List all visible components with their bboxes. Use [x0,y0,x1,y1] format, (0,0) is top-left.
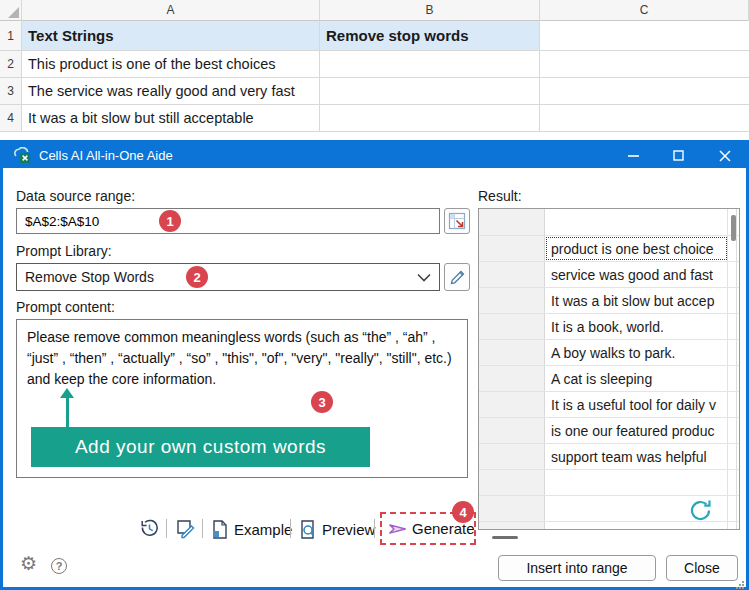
cell-a3[interactable]: The service was really good and very fas… [22,78,320,105]
maximize-button[interactable] [663,143,693,168]
edit-prompt-button[interactable] [444,263,470,291]
result-row-empty [479,470,739,496]
refresh-icon [687,497,714,524]
app-icon [14,147,31,164]
result-grid[interactable]: product is one best choice service was g… [478,208,740,530]
column-header-c[interactable]: C [540,0,749,21]
cell-a4[interactable]: It was a bit slow but still acceptable [22,105,320,132]
range-picker-icon [448,212,466,230]
cell-a1[interactable]: Text Strings [22,21,320,51]
cell-c3[interactable] [540,78,749,105]
cell-b2[interactable] [320,51,540,78]
preview-button[interactable]: Preview [298,517,370,541]
cell-b4[interactable] [320,105,540,132]
chevron-down-icon[interactable] [417,273,431,282]
history-button[interactable] [139,518,160,539]
column-header-b[interactable]: B [320,0,540,21]
spreadsheet: A B C 1 Text Strings Remove stop words 2… [0,0,749,140]
minimize-button[interactable] [618,143,648,168]
dialog-titlebar[interactable]: Cells AI All-in-One Aide [3,143,746,168]
help-button[interactable]: ? [51,558,67,574]
close-button[interactable]: Close [666,555,738,581]
prompt-edit-button[interactable] [173,517,196,540]
step-badge-2: 2 [186,266,208,288]
row-header-1[interactable]: 1 [0,21,22,51]
insert-into-range-button[interactable]: Insert into range [498,555,656,581]
prompt-library-label: Prompt Library: [16,243,112,259]
prompt-content-text: Please remove common meaningless words (… [27,329,452,387]
document-icon [210,519,229,540]
result-row[interactable]: product is one best choice [479,236,739,262]
prompt-edit-icon [173,517,196,540]
help-icon: ? [56,560,63,572]
result-row[interactable]: It was a bit slow but accep [479,288,739,314]
example-button[interactable]: Example [210,517,286,541]
step-badge-4: 4 [452,501,474,523]
cell-a2[interactable]: This product is one of the best choices [22,51,320,78]
screen: A B C 1 Text Strings Remove stop words 2… [0,0,749,590]
minimize-icon [628,155,639,157]
prompt-library-value: Remove Stop Words [25,269,154,285]
prompt-content-label: Prompt content: [16,299,115,315]
result-row[interactable]: service was good and fast [479,262,739,288]
result-row[interactable]: It is a book, world. [479,314,739,340]
row-header-2[interactable]: 2 [0,51,22,78]
cell-c1[interactable] [540,21,749,51]
settings-button[interactable]: ⚙ [20,554,37,573]
callout-arrow-stem [66,397,69,427]
result-row[interactable]: support team was helpful [479,444,739,470]
close-window-button[interactable] [709,143,741,168]
step-badge-1: 1 [159,210,181,232]
maximize-icon [673,150,684,161]
toolbar-divider [202,519,203,538]
cell-b1[interactable]: Remove stop words [320,21,540,51]
cell-c4[interactable] [540,105,749,132]
history-clock-icon [139,518,160,539]
pencil-icon [449,269,466,286]
gear-icon: ⚙ [20,553,37,574]
column-header-a[interactable]: A [22,0,320,21]
result-row-empty [479,209,739,236]
row-header-4[interactable]: 4 [0,105,22,132]
select-all-corner[interactable] [0,0,22,21]
result-row[interactable]: A cat is sleeping [479,366,739,392]
select-all-triangle-icon [8,7,19,18]
callout-text: Add your own custom words [75,436,326,458]
result-row[interactable]: is one our featured produc [479,418,739,444]
resize-grip-icon [735,580,745,590]
result-horizontal-scrollbar[interactable] [492,536,518,539]
result-row[interactable]: It is a useful tool for daily v [479,392,739,418]
toolbar-divider [166,519,167,538]
step-badge-3: 3 [311,391,333,413]
send-arrow-icon [388,520,408,538]
resize-grip[interactable] [735,576,745,586]
result-row[interactable]: A boy walks to park. [479,340,739,366]
data-source-input[interactable] [16,208,440,234]
preview-label: Preview [322,521,375,538]
cell-b3[interactable] [320,78,540,105]
toolbar-divider [374,519,375,538]
preview-magnifier-icon [298,519,317,540]
callout-banner: Add your own custom words [31,427,370,467]
dialog-title: Cells AI All-in-One Aide [39,148,173,163]
toolbar-divider [290,519,291,538]
result-label: Result: [478,188,522,204]
row-header-3[interactable]: 3 [0,78,22,105]
refresh-button[interactable] [687,497,714,524]
close-icon [719,150,731,162]
data-source-label: Data source range: [16,188,135,204]
range-picker-button[interactable] [444,208,470,234]
example-label: Example [234,521,292,538]
prompt-library-select[interactable]: Remove Stop Words [16,263,440,291]
cell-c2[interactable] [540,51,749,78]
result-vertical-scrollbar[interactable] [731,215,736,241]
